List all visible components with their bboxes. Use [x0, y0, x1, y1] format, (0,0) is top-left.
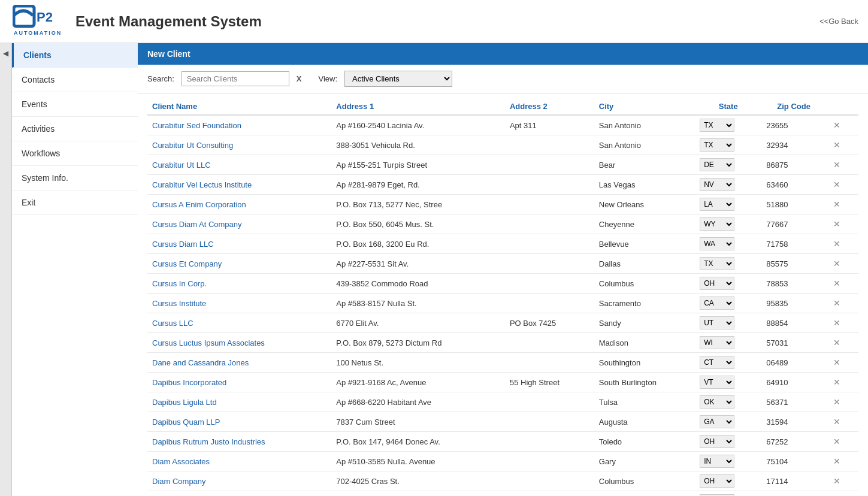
logo-area: P2 AUTOMATION [10, 5, 63, 38]
table-row: Dapibus IncorporatedAp #921-9168 Ac, Ave… [147, 373, 858, 392]
client-name-cell: Cursus In Corp. [147, 274, 331, 294]
svg-rect-0 [14, 6, 34, 26]
state-select[interactable]: ALAKAZARCACOCTDEFLGAHIIDILINIAKSKYLAMEMD… [700, 217, 734, 231]
state-cell: ALAKAZARCACOCTDEFLGAHIIDILINIAKSKYLAMEMD… [695, 195, 761, 214]
client-name-link[interactable]: Cursus Diam LLC [152, 240, 214, 249]
sidebar-item-contacts[interactable]: Contacts [12, 68, 138, 92]
address1-cell: P.O. Box 713, 5277 Nec, Stree [331, 195, 505, 214]
address1-cell: P.O. Box 550, 6045 Mus. St. [331, 214, 505, 234]
state-select[interactable]: ALAKAZARCACOCTDEFLGAHIIDILINIAKSKYLAMEMD… [700, 395, 734, 409]
clients-tbody: Curabitur Sed FoundationAp #160-2540 Lac… [147, 115, 858, 496]
client-name-link[interactable]: Cursus In Corp. [152, 279, 207, 288]
sidebar-item-activities[interactable]: Activities [12, 117, 138, 141]
delete-button[interactable]: ✕ [831, 159, 843, 171]
delete-button[interactable]: ✕ [831, 337, 843, 349]
delete-button[interactable]: ✕ [831, 356, 843, 368]
table-row: Curabitur Vel Lectus InstituteAp #281-98… [147, 175, 858, 195]
client-name-link[interactable]: Dapibus Ligula Ltd [152, 398, 217, 407]
delete-button[interactable]: ✕ [831, 179, 843, 190]
go-back-link[interactable]: <<Go Back [819, 17, 858, 26]
city-cell: San Antonio [594, 115, 695, 135]
client-name-link[interactable]: Cursus Et Company [152, 259, 222, 268]
delete-button[interactable]: ✕ [831, 277, 843, 289]
state-select[interactable]: ALAKAZARCACOCTDEFLGAHIIDILINIAKSKYLAMEMD… [700, 376, 734, 389]
state-select[interactable]: ALAKAZARCACOCTDEFLGAHIIDILINIAKSKYLAMEMD… [700, 474, 734, 488]
address1-cell: 702-4025 Cras St. [331, 471, 505, 491]
delete-button[interactable]: ✕ [831, 119, 843, 131]
delete-cell: ✕ [826, 175, 858, 195]
delete-button[interactable]: ✕ [831, 396, 843, 408]
address2-cell [505, 333, 594, 353]
delete-button[interactable]: ✕ [831, 317, 843, 329]
state-select[interactable]: ALAKAZARCACOCTDEFLGAHIIDILINIAKSKYLAMEMD… [700, 119, 734, 132]
client-name-link[interactable]: Curabitur Ut LLC [152, 161, 211, 170]
state-select[interactable]: ALAKAZARCACOCTDEFLGAHIIDILINIAKSKYLAMEMD… [700, 455, 734, 468]
sidebar-item-clients[interactable]: Clients [12, 43, 138, 68]
delete-button[interactable]: ✕ [831, 238, 843, 250]
client-name-link[interactable]: Cursus A Enim Corporation [152, 200, 246, 209]
client-name-link[interactable]: Dapibus Quam LLP [152, 418, 220, 427]
app-title: Event Management System [75, 13, 262, 30]
clients-table-container: Client Name Address 1 Address 2 City Sta… [138, 93, 868, 496]
col-address2: Address 2 [505, 98, 594, 115]
delete-button[interactable]: ✕ [831, 218, 843, 230]
state-select[interactable]: ALAKAZARCACOCTDEFLGAHIIDILINIAKSKYLAMEMD… [700, 257, 734, 270]
table-row: Diam AssociatesAp #510-3585 Nulla. Avenu… [147, 452, 858, 471]
state-select[interactable]: ALAKAZARCACOCTDEFLGAHIIDILINIAKSKYLAMEMD… [700, 138, 734, 152]
city-cell: Gary [594, 452, 695, 471]
delete-button[interactable]: ✕ [831, 198, 843, 210]
zip-cell: 88854 [761, 313, 826, 333]
client-name-link[interactable]: Cursus Diam At Company [152, 220, 242, 229]
client-name-link[interactable]: Cursus Institute [152, 299, 206, 308]
sidebar-item-system-info[interactable]: System Info. [12, 166, 138, 190]
state-select[interactable]: ALAKAZARCACOCTDEFLGAHIIDILINIAKSKYLAMEMD… [700, 415, 734, 428]
address1-cell: 388-3051 Vehicula Rd. [331, 135, 505, 155]
state-select[interactable]: ALAKAZARCACOCTDEFLGAHIIDILINIAKSKYLAMEMD… [700, 356, 734, 369]
state-select[interactable]: ALAKAZARCACOCTDEFLGAHIIDILINIAKSKYLAMEMD… [700, 178, 734, 191]
sidebar-toggle[interactable]: ◀ [0, 43, 12, 496]
search-clear-button[interactable]: X [297, 74, 302, 83]
state-select[interactable]: ALAKAZARCACOCTDEFLGAHIIDILINIAKSKYLAMEMD… [700, 158, 734, 171]
delete-button[interactable]: ✕ [831, 376, 843, 388]
search-input[interactable] [182, 71, 289, 86]
state-select[interactable]: ALAKAZARCACOCTDEFLGAHIIDILINIAKSKYLAMEMD… [700, 198, 734, 211]
main-layout: ◀ ClientsContactsEventsActivitiesWorkflo… [0, 43, 868, 496]
client-name-link[interactable]: Curabitur Ut Consulting [152, 141, 233, 150]
action-bar: New Client [138, 43, 868, 65]
delete-button[interactable]: ✕ [831, 475, 843, 487]
table-row: Cursus Diam At CompanyP.O. Box 550, 6045… [147, 214, 858, 234]
table-row: Dapibus Ligula LtdAp #668-6220 Habitant … [147, 392, 858, 412]
state-select[interactable]: ALAKAZARCACOCTDEFLGAHIIDILINIAKSKYLAMEMD… [700, 316, 734, 329]
new-client-button[interactable]: New Client [147, 49, 190, 59]
address2-cell [505, 155, 594, 175]
state-cell: ALAKAZARCACOCTDEFLGAHIIDILINIAKSKYLAMEMD… [695, 294, 761, 313]
client-name-link[interactable]: Cursus Luctus Ipsum Associates [152, 338, 265, 347]
client-name-link[interactable]: Diam Company [152, 477, 206, 486]
view-label: View: [318, 74, 337, 83]
delete-button[interactable]: ✕ [831, 416, 843, 428]
address2-cell [505, 452, 594, 471]
delete-button[interactable]: ✕ [831, 435, 843, 447]
state-select[interactable]: ALAKAZARCACOCTDEFLGAHIIDILINIAKSKYLAMEMD… [700, 277, 734, 290]
client-name-link[interactable]: Cursus LLC [152, 319, 193, 328]
sidebar-item-exit[interactable]: Exit [12, 190, 138, 215]
col-zip: Zip Code [761, 98, 826, 115]
client-name-link[interactable]: Dapibus Rutrum Justo Industries [152, 437, 265, 446]
state-select[interactable]: ALAKAZARCACOCTDEFLGAHIIDILINIAKSKYLAMEMD… [700, 297, 734, 310]
client-name-link[interactable]: Dane and Cassandra Jones [152, 358, 249, 367]
state-select[interactable]: ALAKAZARCACOCTDEFLGAHIIDILINIAKSKYLAMEMD… [700, 237, 734, 250]
delete-button[interactable]: ✕ [831, 297, 843, 309]
state-select[interactable]: ALAKAZARCACOCTDEFLGAHIIDILINIAKSKYLAMEMD… [700, 435, 734, 448]
sidebar-item-workflows[interactable]: Workflows [12, 141, 138, 166]
client-name-link[interactable]: Curabitur Vel Lectus Institute [152, 180, 252, 189]
client-name-link[interactable]: Curabitur Sed Foundation [152, 121, 241, 130]
delete-button[interactable]: ✕ [831, 258, 843, 270]
delete-button[interactable]: ✕ [831, 139, 843, 151]
delete-button[interactable]: ✕ [831, 455, 843, 467]
address2-cell [505, 195, 594, 214]
state-select[interactable]: ALAKAZARCACOCTDEFLGAHIIDILINIAKSKYLAMEMD… [700, 336, 734, 349]
client-name-link[interactable]: Dapibus Incorporated [152, 378, 226, 387]
sidebar-item-events[interactable]: Events [12, 92, 138, 117]
view-select[interactable]: Active ClientsAll ClientsInactive Client… [344, 71, 452, 87]
client-name-link[interactable]: Diam Associates [152, 457, 210, 466]
